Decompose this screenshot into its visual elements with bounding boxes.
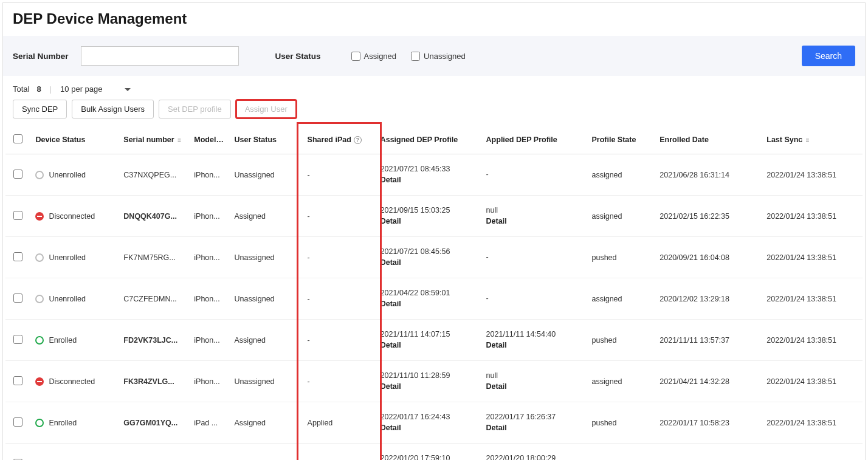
col-last-sync[interactable]: Last Sync ≡ [762,126,863,154]
last-sync-cell: 2022/01/24 13:38:51 [762,444,863,461]
col-device-status[interactable]: Device Status [30,126,119,154]
device-status-text: Unenrolled [49,171,85,179]
assigned-dep-detail-link[interactable]: Detail [381,216,477,227]
enrolled-date-cell: 2021/11/11 13:57:37 [655,320,762,361]
bulk-assign-users-button[interactable]: Bulk Assign Users [72,100,154,118]
table-row: UnenrolledC7CZFEDMN...iPhon...Unassigned… [5,278,863,320]
per-page-label: 10 per page [60,84,102,94]
row-checkbox[interactable] [13,252,22,261]
user-status-cell: Assigned [230,196,303,237]
assigned-checkbox[interactable] [351,52,360,61]
assigned-dep-detail-link[interactable]: Detail [381,340,477,351]
applied-dep-timestamp: null [486,371,582,382]
last-sync-cell: 2022/01/24 13:38:51 [762,320,863,361]
shared-ipad-cell: - [303,320,376,361]
profile-state-cell: assigned [587,278,655,320]
chevron-down-icon [106,84,131,94]
assigned-dep-detail-link[interactable]: Detail [381,299,477,310]
assigned-dep-timestamp: 2021/07/21 08:45:56 [381,247,477,258]
table-header-row: Device Status Serial number ≡ Model Name… [5,126,863,154]
table-row: UnenrolledFK7NM75RG...iPhon...Unassigned… [5,237,863,278]
model-cell: iPhon... [189,237,229,278]
applied-dep-timestamp: 2021/11/11 14:54:40 [486,329,582,340]
table-row: EnrolledFD2VK73LJC...iPhon...Assigned-20… [5,320,863,361]
assigned-dep-detail-link[interactable]: Detail [381,258,477,269]
row-checkbox[interactable] [13,376,22,385]
user-status-cell: Unassigned [230,278,303,320]
per-page-selector[interactable]: 10 per page [60,84,130,94]
device-status-text: Unenrolled [49,253,85,262]
assigned-dep-detail-link[interactable]: Detail [381,423,477,434]
col-applied-dep[interactable]: Applied DEP Profile [481,126,587,154]
total-count: 8 [36,84,41,94]
serial-number-cell: DNQQK407G... [119,196,189,237]
applied-dep-cell: - [481,237,587,278]
user-status-cell: Unassigned [230,361,303,402]
row-checkbox[interactable] [13,170,22,179]
assigned-dep-detail-link[interactable]: Detail [381,382,477,393]
total-label: Total [13,84,29,94]
applied-dep-cell: 2022/01/17 16:26:37Detail [481,402,587,444]
applied-dep-cell: 2021/11/11 14:54:40Detail [481,320,587,361]
col-serial-number[interactable]: Serial number ≡ [119,126,189,154]
profile-state-cell: pushed [587,237,655,278]
enrolled-date-cell: 2020/12/02 13:29:18 [655,278,762,320]
shared-ipad-cell: - [303,154,376,196]
profile-state-cell: assigned [587,196,655,237]
shared-ipad-cell: Applied [303,402,376,444]
device-status-text: Disconnected [49,377,95,386]
col-model-name[interactable]: Model Name [189,126,229,154]
col-shared-ipad[interactable]: Shared iPad? [303,126,376,154]
enrolled-icon [35,336,44,345]
user-status-cell: Assigned [230,320,303,361]
disconnected-icon [35,212,44,221]
device-status-text: Unenrolled [49,295,85,303]
row-checkbox[interactable] [13,335,22,344]
action-row: Sync DEP Bulk Assign Users Set DEP profi… [3,100,865,126]
serial-number-cell: C37NXQPEG... [119,154,189,196]
user-status-cell: Unassigned [230,154,303,196]
col-user-status[interactable]: User Status [230,126,303,154]
sort-icon: ≡ [177,137,181,143]
enrolled-date-cell: 2021/06/28 16:31:14 [655,154,762,196]
enrolled-date-cell: 2022/01/20 17:59:00 [655,444,762,461]
disconnected-icon [35,377,44,386]
assigned-dep-timestamp: 2021/07/21 08:45:33 [381,164,477,175]
enrolled-icon [35,419,44,427]
help-icon[interactable]: ? [354,136,362,144]
col-assigned-dep[interactable]: Assigned DEP Profile [376,126,481,154]
applied-dep-detail-link[interactable]: Detail [486,340,582,351]
search-button[interactable]: Search [802,46,855,66]
row-checkbox[interactable] [13,211,22,220]
unenrolled-icon [35,295,44,303]
assigned-dep-timestamp: 2022/01/20 17:59:10 [381,453,477,460]
filter-bar: Serial Number User Status Assigned Unass… [3,36,865,76]
applied-dep-timestamp: 2022/01/20 18:00:29 [486,453,582,460]
set-dep-profile-button[interactable]: Set DEP profile [159,100,231,118]
col-profile-state[interactable]: Profile State [587,126,655,154]
applied-dep-cell: - [481,278,587,320]
user-status-cell: Assigned [230,444,303,461]
row-checkbox[interactable] [13,294,22,303]
table-row: DisconnectedDNQQK407G...iPhon...Assigned… [5,196,863,237]
sync-dep-button[interactable]: Sync DEP [13,100,67,118]
applied-dep-cell: - [481,154,587,196]
table-row: UnenrolledC37NXQPEG...iPhon...Unassigned… [5,154,863,196]
unenrolled-icon [35,253,44,262]
assign-user-button[interactable]: Assign User [236,100,297,118]
assigned-dep-detail-link[interactable]: Detail [381,175,477,186]
assigned-dep-timestamp: 2021/11/10 11:28:59 [381,371,477,382]
serial-number-input[interactable] [81,46,239,66]
applied-dep-detail-link[interactable]: Detail [486,423,582,434]
model-cell: iPhon... [189,361,229,402]
unassigned-checkbox[interactable] [411,52,420,61]
row-checkbox[interactable] [13,417,22,427]
select-all-checkbox[interactable] [13,134,22,143]
col-enrolled-date[interactable]: Enrolled Date [655,126,762,154]
table-row: EnrolledGG7GM01YQ...iPad ...AssignedAppl… [5,402,863,444]
assigned-dep-timestamp: 2021/09/15 15:03:25 [381,205,477,216]
table-row: EnrolledVWLWM61X...iPad ...AssignedAppli… [5,444,863,461]
applied-dep-detail-link[interactable]: Detail [486,382,582,393]
applied-dep-detail-link[interactable]: Detail [486,216,582,227]
assigned-label: Assigned [364,52,396,61]
